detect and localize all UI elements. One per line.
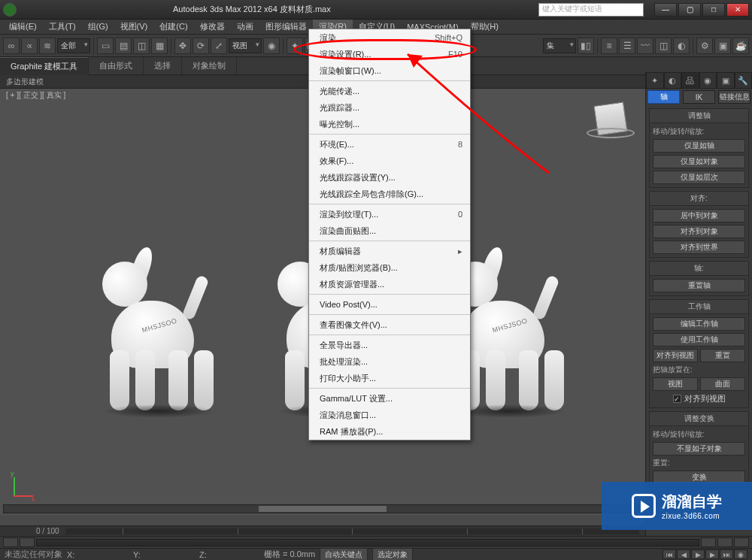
render-menu-item[interactable]: 环境(E)...8 (309, 136, 470, 153)
ribbon-tab-graphite[interactable]: Graphite 建模工具 (0, 57, 89, 75)
menu-edit[interactable]: 编辑(E) (3, 20, 43, 34)
time-slider[interactable]: 0 / 100 (0, 525, 645, 536)
render-menu-item[interactable]: 光线跟踪全局包含/排除(G)... (309, 186, 470, 202)
pivot-button[interactable]: 轴 (647, 90, 680, 104)
schematic-icon[interactable]: ◫ (655, 38, 672, 54)
menu-views[interactable]: 视图(V) (114, 20, 154, 34)
align-to-world-button[interactable]: 对齐到世界 (653, 241, 745, 254)
menu-group[interactable]: 组(G) (82, 20, 114, 34)
dont-affect-children-button[interactable]: 不显如子对象 (653, 442, 745, 456)
render-menu-item[interactable]: 渲染到纹理(T)...0 (309, 206, 470, 222)
cp-tab-utilities-icon[interactable]: 🔧 (735, 72, 753, 89)
rollout-adjust-transform[interactable]: 调整变换 (650, 412, 748, 426)
select-region-icon[interactable]: ◫ (133, 38, 150, 54)
menu-create[interactable]: 创建(C) (153, 20, 193, 34)
trackbar-btn-icon[interactable] (3, 537, 18, 547)
ik-button[interactable]: IK (683, 90, 715, 104)
prev-frame-icon[interactable]: ◀ (677, 549, 690, 559)
help-search-input[interactable]: 键入关键字或短语 (538, 3, 644, 17)
align-to-object-button[interactable]: 对齐到对象 (653, 225, 745, 238)
render-menu-item[interactable]: 渲染消息窗口... (309, 407, 470, 423)
render-menu-item[interactable]: 渲染帧窗口(W)... (309, 62, 470, 79)
render-menu-item[interactable]: 渲染Shift+Q (309, 29, 470, 46)
maximize-button[interactable]: □ (702, 3, 725, 17)
rollout-adjust-pivot[interactable]: 调整轴 (650, 109, 748, 123)
place-surface-button[interactable]: 曲面 (700, 377, 745, 391)
close-button[interactable]: ✕ (726, 3, 749, 17)
use-working-pivot-button[interactable]: 使用工作轴 (653, 333, 745, 347)
unlink-icon[interactable]: ∝ (21, 38, 38, 54)
next-frame-icon[interactable]: ▶ (705, 549, 719, 559)
move-icon[interactable]: ✥ (174, 38, 191, 54)
rollout-working-pivot[interactable]: 工作轴 (650, 300, 748, 314)
cp-tab-modify-icon[interactable]: ◐ (664, 72, 682, 89)
render-menu-item[interactable]: 光线跟踪器设置(Y)... (309, 169, 470, 186)
track-bar[interactable] (0, 536, 752, 548)
viewcube[interactable] (590, 99, 632, 141)
trackbar-btn-icon[interactable] (20, 537, 35, 547)
viewport-label[interactable]: [ + ][ 正交 ][ 真实 ] (6, 90, 65, 101)
ribbon-tab-freeform[interactable]: 自由形式 (89, 57, 144, 74)
ribbon-tab-objectpaint[interactable]: 对象绘制 (182, 57, 237, 74)
render-menu-item[interactable]: 光跟踪器... (309, 99, 470, 116)
render-menu-item[interactable]: 效果(F)... (309, 153, 470, 169)
reset-pivot-button[interactable]: 重置轴 (653, 279, 745, 292)
rotate-icon[interactable]: ⟳ (193, 38, 209, 54)
goto-start-icon[interactable]: ⏮ (663, 549, 676, 559)
render-menu-item[interactable]: Gamma/LUT 设置... (309, 390, 470, 407)
select-object-icon[interactable]: ▭ (97, 38, 114, 54)
render-menu-item[interactable]: 全景导出器... (309, 337, 470, 353)
select-name-icon[interactable]: ▤ (115, 38, 132, 54)
ribbon-tab-selection[interactable]: 选择 (144, 57, 182, 74)
menu-modifiers[interactable]: 修改器 (194, 20, 231, 34)
named-set-dropdown[interactable]: 集 (543, 38, 576, 53)
render-menu-item[interactable]: 曝光控制... (309, 116, 470, 132)
minimize-button[interactable]: — (654, 3, 677, 17)
affect-hierarchy-only-button[interactable]: 仅显如层次 (653, 171, 745, 184)
window-crossing-icon[interactable]: ▦ (151, 38, 168, 54)
trackbar-btn-icon[interactable] (734, 537, 749, 547)
affect-object-only-button[interactable]: 仅显如对象 (653, 155, 745, 168)
render-menu-item[interactable]: 打印大小助手... (309, 370, 470, 386)
place-view-button[interactable]: 视图 (653, 377, 698, 391)
curve-editor-icon[interactable]: 〰 (637, 38, 653, 54)
trackbar-btn-icon[interactable] (701, 537, 716, 547)
rendered-frame-icon[interactable]: ▣ (714, 38, 731, 54)
restore-button[interactable]: ▢ (678, 3, 701, 17)
menu-animation[interactable]: 动画 (231, 20, 259, 34)
menu-tools[interactable]: 工具(T) (43, 20, 82, 34)
rollout-pivot[interactable]: 轴: (650, 262, 748, 276)
render-menu-item[interactable]: RAM 播放器(P)... (309, 423, 470, 440)
align-to-view-button[interactable]: 对齐到视图 (653, 349, 698, 362)
goto-end-icon[interactable]: ⏭ (720, 549, 733, 559)
render-setup-icon[interactable]: ⚙ (696, 38, 713, 54)
reset-wp-button[interactable]: 重置 (700, 349, 745, 362)
layers-icon[interactable]: ☰ (619, 38, 635, 54)
affect-pivot-only-button[interactable]: 仅显如轴 (653, 139, 745, 153)
render-menu-item[interactable]: 批处理渲染... (309, 353, 470, 370)
autokey-button[interactable]: 自动关键点 (320, 548, 368, 561)
mirror-icon[interactable]: ▮▯ (578, 38, 594, 54)
trackbar-btn-icon[interactable] (717, 537, 732, 547)
cp-tab-motion-icon[interactable]: ◉ (699, 72, 717, 89)
key-mode-icon[interactable]: ◉ (734, 549, 747, 559)
bind-spacewarp-icon[interactable]: ≋ (39, 38, 56, 54)
linkinfo-button[interactable]: 链接信息 (718, 90, 750, 104)
edit-working-pivot-button[interactable]: 编辑工作轴 (653, 317, 745, 331)
scale-icon[interactable]: ⤢ (211, 38, 227, 54)
render-menu-item[interactable]: 材质资源管理器... (309, 276, 470, 292)
selection-filter-dropdown[interactable]: 全部 (57, 38, 90, 53)
material-editor-icon[interactable]: ◐ (673, 38, 690, 54)
cp-tab-hierarchy-icon[interactable]: 品 (681, 72, 699, 89)
use-pivot-icon[interactable]: ◉ (263, 38, 280, 54)
cp-tab-create-icon[interactable]: ✦ (646, 72, 664, 89)
render-menu-item[interactable]: 材质/贴图浏览器(B)... (309, 259, 470, 276)
cp-tab-display-icon[interactable]: ▣ (717, 72, 735, 89)
link-icon[interactable]: ∞ (3, 38, 20, 54)
render-prod-icon[interactable]: ☕ (732, 38, 749, 54)
manipulate-icon[interactable]: ✦ (287, 38, 303, 54)
play-icon[interactable]: ▶ (691, 549, 705, 559)
menu-grapheditors[interactable]: 图形编辑器 (259, 20, 313, 34)
render-menu-item[interactable]: 查看图像文件(V)... (309, 316, 470, 333)
render-menu-item[interactable]: Video Post(V)... (309, 296, 470, 313)
